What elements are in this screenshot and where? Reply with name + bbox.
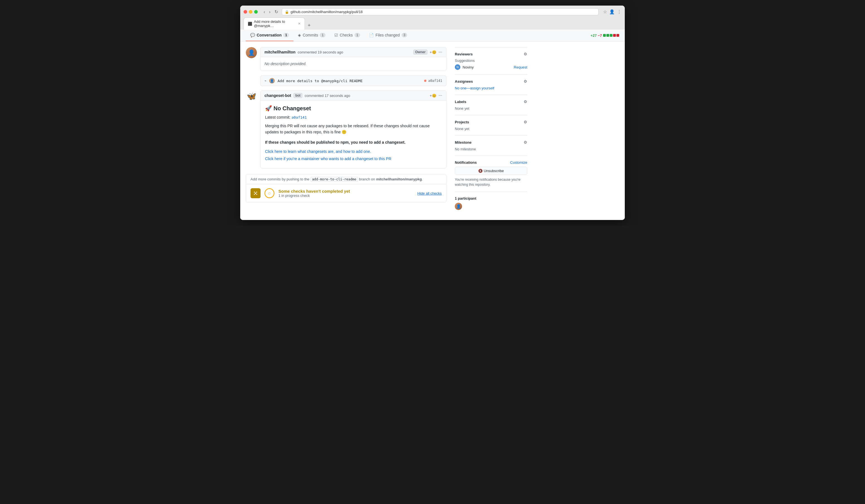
new-tab-button[interactable]: + [305, 21, 313, 30]
sidebar-labels: Labels ⚙ None yet [455, 95, 527, 115]
bot-para-2-strong: If these changes should be published to … [265, 140, 405, 144]
browser-window: ‹ › ↻ 🔒 github.com/mitchellhamilton/many… [240, 5, 625, 220]
sidebar-assignees: Assignees ⚙ No one—assign yourself [455, 74, 527, 95]
diff-block-1 [603, 34, 606, 37]
assignees-gear-icon[interactable]: ⚙ [523, 79, 527, 83]
tab-conversation-badge: 1 [283, 33, 289, 37]
maximize-button[interactable] [254, 10, 258, 14]
first-comment-actions: +😊 ··· [430, 49, 442, 55]
menu-icon[interactable]: ⋮ [617, 9, 621, 14]
sidebar: Reviewers ⚙ Suggestions N Noviny Request… [455, 47, 527, 214]
diff-bar [603, 34, 619, 37]
latest-commit-label: Latest commit: [265, 115, 290, 119]
tab-checks-badge: 1 [355, 33, 360, 37]
first-comment-time: commented 19 seconds ago [298, 50, 343, 54]
reload-button[interactable]: ↻ [273, 9, 279, 15]
diff-block-2 [607, 34, 609, 37]
tab-files-changed[interactable]: 📄 Files changed 3 [365, 30, 412, 41]
bot-add-reaction-button[interactable]: +😊 [430, 94, 436, 98]
milestone-title: Milestone [455, 140, 472, 144]
tab-commits[interactable]: ◈ Commits 1 [293, 30, 330, 41]
checks-text: Some checks haven't completed yet 1 in p… [278, 189, 350, 198]
projects-header: Projects ⚙ [455, 120, 527, 124]
tab-files-changed-badge: 3 [402, 33, 407, 37]
push-suffix: branch on [359, 177, 375, 181]
notifications-title: Notifications [455, 160, 477, 165]
checks-bot-icon [251, 188, 261, 198]
bot-more-options-button[interactable]: ··· [439, 93, 442, 98]
reviewer-avatar: N [455, 64, 460, 70]
bot-badge: bot [293, 93, 303, 98]
bot-comment-time: commented 17 seconds ago [304, 94, 350, 98]
customize-notifications-link[interactable]: Customize [510, 160, 527, 165]
star-icon[interactable]: ☆ [603, 9, 607, 14]
assignees-header: Assignees ⚙ [455, 79, 527, 83]
owner-badge: Owner [413, 49, 427, 55]
main-layout: 👤 mitchellhamilton commented 19 seconds … [240, 42, 625, 220]
forward-button[interactable]: › [267, 9, 272, 15]
author-avatar-image: 👤 [246, 47, 257, 58]
diff-block-3 [610, 34, 612, 37]
reviewers-title: Reviewers [455, 52, 473, 56]
first-comment-box: mitchellhamilton commented 19 seconds ag… [260, 47, 447, 71]
github-favicon: ⬛ [248, 22, 252, 26]
tab-close-icon[interactable]: ✕ [298, 22, 301, 26]
hide-all-checks-link[interactable]: Hide all checks [417, 191, 442, 196]
commit-ref-message: Add more details to @manypkg/cli README [278, 79, 362, 83]
projects-gear-icon[interactable]: ⚙ [523, 120, 527, 124]
page-content: 💬 Conversation 1 ◈ Commits 1 ☑ Checks 1 … [240, 30, 625, 220]
close-button[interactable] [244, 10, 247, 14]
sidebar-projects: Projects ⚙ None yet [455, 115, 527, 135]
tab-title: Add more details to @manypk… [254, 20, 294, 28]
user-avatar: 👤 [609, 9, 615, 14]
conversation-column: 👤 mitchellhamilton commented 19 seconds … [246, 47, 447, 214]
reviewer-name: Noviny [463, 65, 474, 69]
reviewers-header: Reviewers ⚙ [455, 52, 527, 56]
add-reaction-button[interactable]: +😊 [430, 50, 436, 54]
tab-files-changed-label: Files changed [376, 33, 400, 37]
labels-title: Labels [455, 100, 466, 104]
browser-tab-active[interactable]: ⬛ Add more details to @manypk… ✕ [244, 17, 305, 30]
first-comment-author: mitchellhamilton [264, 50, 296, 54]
repo-name: mitchellhamilton/manypkg [376, 177, 422, 181]
bot-link-2[interactable]: Click here if you're a maintainer who wa… [265, 156, 442, 161]
conversation-icon: 💬 [250, 33, 255, 37]
bot-comment-body: 🚀 No Changeset Latest commit: a0af141 Me… [261, 101, 446, 168]
sidebar-notifications: Notifications Customize 🔇 Unsubscribe Yo… [455, 156, 527, 191]
labels-gear-icon[interactable]: ⚙ [523, 99, 527, 104]
bot-para-2: If these changes should be published to … [265, 139, 442, 145]
first-comment-body: No description provided. [261, 57, 446, 71]
tab-checks[interactable]: ☑ Checks 1 [330, 30, 365, 41]
tab-bar: ⬛ Add more details to @manypk… ✕ + [244, 17, 621, 30]
additions-count: +27 [590, 33, 597, 38]
bot-link-1[interactable]: Click here to learn what changesets are,… [265, 149, 442, 154]
assign-yourself-link[interactable]: No one—assign yourself [455, 86, 494, 90]
back-button[interactable]: ‹ [262, 9, 266, 15]
checks-footer: Add more commits by pushing to the add-m… [246, 174, 447, 202]
traffic-lights [244, 10, 258, 14]
sidebar-participants: 1 participant 👤 [455, 191, 527, 214]
commit-sha: a0af141 [428, 79, 442, 83]
author-avatar: 👤 [246, 47, 257, 58]
push-text: Add more commits by pushing to the add-m… [246, 174, 446, 184]
bot-comment-box: changeset-bot bot commented 17 seconds a… [260, 91, 447, 168]
minimize-button[interactable] [249, 10, 253, 14]
unsubscribe-button[interactable]: 🔇 Unsubscribe [455, 167, 527, 175]
reviewers-gear-icon[interactable]: ⚙ [523, 52, 527, 56]
sidebar-milestone: Milestone ⚙ No milestone [455, 135, 527, 156]
pr-tabs: 💬 Conversation 1 ◈ Commits 1 ☑ Checks 1 … [240, 30, 625, 42]
assignees-title: Assignees [455, 79, 473, 83]
commit-dot [424, 80, 426, 82]
bot-author: changeset-bot [264, 93, 291, 98]
labels-header: Labels ⚙ [455, 99, 527, 104]
address-bar[interactable]: 🔒 github.com/mitchellhamilton/manypkg/pu… [282, 8, 599, 15]
projects-title: Projects [455, 120, 469, 124]
checks-pending-icon: ○ [264, 188, 275, 198]
more-options-button[interactable]: ··· [439, 49, 442, 55]
request-review-link[interactable]: Request [514, 65, 527, 69]
tab-conversation[interactable]: 💬 Conversation 1 [246, 30, 293, 41]
suggestions-label: Suggestions [455, 58, 527, 63]
milestone-header: Milestone ⚙ [455, 140, 527, 144]
milestone-gear-icon[interactable]: ⚙ [523, 140, 527, 144]
latest-commit-sha-link[interactable]: a0af141 [291, 115, 307, 119]
